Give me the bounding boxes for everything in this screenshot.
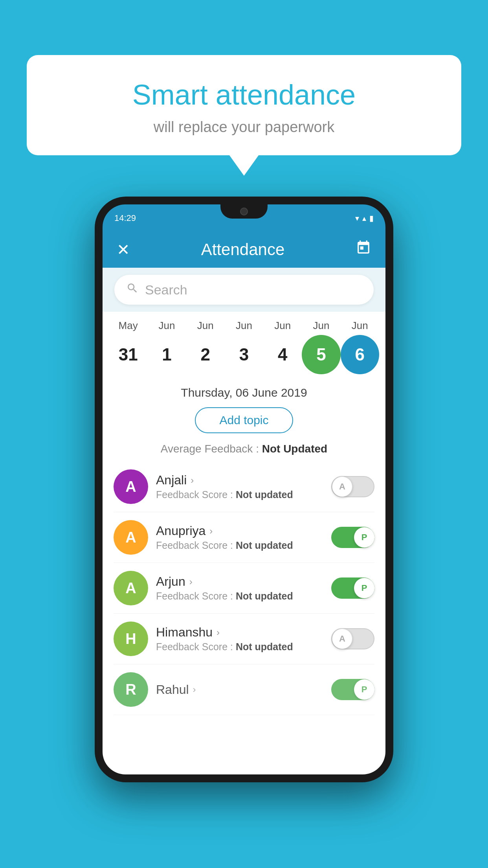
avatar-anjali: A	[114, 469, 148, 504]
selected-date: Thursday, 06 June 2019	[103, 378, 385, 403]
search-icon	[126, 282, 139, 298]
student-item-himanshu[interactable]: H Himanshu › Feedback Score : Not update…	[114, 614, 374, 664]
search-container: Search	[103, 268, 385, 312]
search-bar[interactable]: Search	[114, 275, 374, 305]
header-title: Attendance	[201, 240, 285, 259]
toggle-knob-rahul: P	[354, 679, 374, 700]
status-bar: 14:29 ▾ ▴ ▮	[103, 204, 385, 232]
student-feedback-himanshu: Feedback Score : Not updated	[156, 641, 323, 653]
avatar-arjun: A	[114, 571, 148, 605]
cal-month-2: Jun	[186, 320, 225, 332]
student-info-anjali: Anjali › Feedback Score : Not updated	[148, 473, 331, 500]
toggle-knob-anjali: A	[332, 476, 352, 497]
calendar-strip: May Jun Jun Jun Jun Jun Jun 31 1 2 3 4 5…	[103, 312, 385, 378]
cal-date-31[interactable]: 31	[109, 335, 147, 374]
student-info-arjun: Arjun › Feedback Score : Not updated	[148, 574, 331, 602]
student-item-anjali[interactable]: A Anjali › Feedback Score : Not updated …	[114, 462, 374, 512]
battery-icon: ▮	[369, 213, 374, 223]
toggle-anupriya[interactable]: P	[331, 527, 374, 548]
student-name-anjali: Anjali ›	[156, 473, 323, 487]
student-feedback-arjun: Feedback Score : Not updated	[156, 590, 323, 602]
speech-bubble: Smart attendance will replace your paper…	[27, 55, 461, 155]
cal-date-2[interactable]: 2	[186, 335, 225, 374]
toggle-knob-arjun: P	[354, 578, 374, 598]
toggle-rahul[interactable]: P	[331, 679, 374, 700]
calendar-months: May Jun Jun Jun Jun Jun Jun	[109, 320, 379, 332]
status-icons: ▾ ▴ ▮	[355, 213, 374, 223]
chevron-icon-anupriya: ›	[209, 526, 213, 537]
calendar-icon[interactable]	[356, 240, 371, 259]
cal-date-1[interactable]: 1	[147, 335, 186, 374]
cal-month-1: Jun	[147, 320, 186, 332]
add-topic-container: Add topic	[103, 403, 385, 440]
cal-date-4[interactable]: 4	[263, 335, 302, 374]
front-camera	[240, 208, 248, 215]
student-list: A Anjali › Feedback Score : Not updated …	[103, 462, 385, 715]
phone-device: 14:29 ▾ ▴ ▮ ✕ Attendance	[95, 197, 393, 782]
student-info-himanshu: Himanshu › Feedback Score : Not updated	[148, 625, 331, 653]
avatar-rahul: R	[114, 672, 148, 707]
avg-feedback-label: Average Feedback :	[161, 443, 262, 455]
student-info-anupriya: Anupriya › Feedback Score : Not updated	[148, 524, 331, 551]
close-button[interactable]: ✕	[117, 241, 130, 259]
app-header: ✕ Attendance	[103, 232, 385, 268]
student-name-anupriya: Anupriya ›	[156, 524, 323, 538]
avatar-anupriya: A	[114, 520, 148, 555]
student-feedback-anupriya: Feedback Score : Not updated	[156, 540, 323, 551]
cal-date-3[interactable]: 3	[225, 335, 263, 374]
bubble-title: Smart attendance	[46, 79, 442, 111]
cal-month-3: Jun	[225, 320, 263, 332]
add-topic-button[interactable]: Add topic	[195, 407, 293, 433]
avg-feedback: Average Feedback : Not Updated	[103, 440, 385, 462]
cal-month-6: Jun	[341, 320, 379, 332]
search-placeholder: Search	[145, 282, 187, 298]
chevron-icon-arjun: ›	[189, 576, 193, 587]
toggle-knob-anupriya: P	[354, 527, 374, 548]
student-name-rahul: Rahul ›	[156, 682, 323, 697]
phone-notch	[220, 204, 268, 219]
status-time: 14:29	[114, 213, 136, 223]
chevron-icon-anjali: ›	[191, 475, 194, 486]
toggle-arjun[interactable]: P	[331, 577, 374, 599]
signal-icon: ▴	[362, 213, 366, 223]
toggle-himanshu[interactable]: A	[331, 628, 374, 649]
phone-screen: ✕ Attendance Search	[103, 232, 385, 774]
avatar-himanshu: H	[114, 622, 148, 656]
bubble-subtitle: will replace your paperwork	[46, 119, 442, 136]
student-info-rahul: Rahul ›	[148, 682, 331, 697]
cal-month-5: Jun	[302, 320, 340, 332]
calendar-dates: 31 1 2 3 4 5 6	[109, 335, 379, 374]
student-name-himanshu: Himanshu ›	[156, 625, 323, 640]
cal-date-6[interactable]: 6	[341, 335, 379, 374]
chevron-icon-rahul: ›	[193, 684, 196, 695]
chevron-icon-himanshu: ›	[216, 627, 220, 638]
toggle-anjali[interactable]: A	[331, 476, 374, 497]
student-item-rahul[interactable]: R Rahul › P	[114, 664, 374, 715]
student-item-anupriya[interactable]: A Anupriya › Feedback Score : Not update…	[114, 512, 374, 563]
student-item-arjun[interactable]: A Arjun › Feedback Score : Not updated P	[114, 563, 374, 614]
wifi-icon: ▾	[355, 213, 359, 223]
cal-month-4: Jun	[263, 320, 302, 332]
cal-date-5[interactable]: 5	[302, 335, 340, 374]
avg-feedback-value: Not Updated	[262, 443, 327, 455]
cal-month-0: May	[109, 320, 147, 332]
student-name-arjun: Arjun ›	[156, 574, 323, 589]
toggle-knob-himanshu: A	[332, 629, 352, 649]
student-feedback-anjali: Feedback Score : Not updated	[156, 489, 323, 500]
